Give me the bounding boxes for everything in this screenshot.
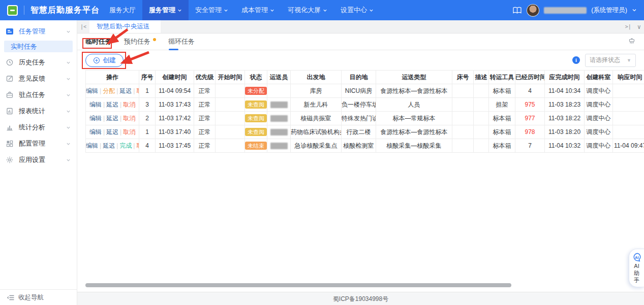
sidebar-item[interactable]: 统计分析: [0, 119, 77, 135]
clear-brush-icon[interactable]: [628, 38, 636, 46]
app-title: 智慧后勤服务平台: [30, 5, 100, 16]
action-separator: |: [120, 101, 121, 108]
sidebar-item[interactable]: 驻点任务: [0, 87, 77, 103]
action-link-complete[interactable]: 完成: [119, 142, 132, 149]
chevron-down-icon: [66, 91, 71, 99]
elapsed-time-value: 975: [525, 101, 535, 108]
scroll-tabs-right-icon[interactable]: >|: [622, 20, 634, 33]
action-link-edit[interactable]: 编辑: [86, 87, 98, 94]
action-link-delay[interactable]: 延迟: [106, 128, 118, 135]
chevron-down-icon: [66, 59, 71, 66]
plus-circle-icon: [93, 57, 100, 64]
status-badge: 未结束: [245, 142, 267, 150]
status-filter-select[interactable]: 请选择状态 ▼: [585, 54, 636, 67]
select-caret-icon: ▼: [627, 58, 631, 63]
action-link-delay[interactable]: 延迟: [106, 101, 118, 108]
action-link-edit[interactable]: 编辑: [89, 128, 102, 135]
cell-tool: 标本箱: [489, 112, 515, 125]
cell-due: 11-04 10:34: [545, 84, 585, 98]
cell-courier: [267, 139, 291, 153]
sidebar-item-label: 意见反馈: [19, 74, 66, 83]
action-link-delay[interactable]: 延迟: [106, 115, 118, 122]
action-link-cancel[interactable]: 取消: [123, 101, 135, 108]
nav-divider: [24, 6, 24, 15]
nav-item[interactable]: 服务管理: [142, 0, 189, 20]
user-menu-caret-icon[interactable]: [632, 8, 637, 13]
sidebar-item-label: 统计分析: [19, 123, 66, 132]
action-link-edit[interactable]: 编辑: [86, 142, 98, 149]
nav-item[interactable]: 成本管理: [235, 0, 281, 20]
col-header-actions: 操作: [86, 71, 139, 84]
create-button[interactable]: 创建: [85, 54, 124, 67]
info-icon[interactable]: i: [572, 56, 580, 64]
action-link-edit[interactable]: 编辑: [89, 101, 102, 108]
col-header-dest: 目的地: [342, 71, 376, 84]
col-header-response: 响应时间: [613, 71, 644, 84]
cell-response: 11-04 09:47: [613, 139, 644, 153]
cell-desc: [474, 112, 489, 125]
cell-dept: 调度中心: [585, 84, 613, 98]
cell-origin: 库房: [291, 84, 342, 98]
ai-assistant-button[interactable]: AI AI 助 手: [629, 249, 644, 287]
action-link-assign[interactable]: 分配: [103, 87, 115, 94]
sidebar-item[interactable]: 报表统计: [0, 103, 77, 119]
table-header-row: 操作序号创建时间优先级开始时间状态运送员出发地目的地运送类型床号描述转运工具已经…: [86, 71, 644, 84]
cell-status: 未查阅: [245, 125, 267, 139]
cell-origin: 药物临床试验机构办公室: [291, 125, 342, 139]
sidebar-item-label: 应用设置: [19, 155, 66, 164]
handbook-icon[interactable]: [512, 6, 522, 15]
cell-status: 未查阅: [245, 112, 267, 125]
cell-status: 未分配: [245, 84, 267, 98]
col-header-tool: 转运工具: [489, 71, 515, 84]
tab-循环任务[interactable]: 循环任务: [168, 37, 195, 46]
sidebar: 任务管理实时任务历史任务意见反馈驻点任务报表统计统计分析配置管理应用设置 收起导…: [0, 20, 77, 305]
sidebar-item[interactable]: 意见反馈: [0, 71, 77, 87]
nav-item[interactable]: 设置中心: [334, 0, 380, 20]
sidebar-item[interactable]: 应用设置: [0, 152, 77, 168]
user-avatar[interactable]: [527, 4, 539, 17]
col-header-origin: 出发地: [291, 71, 342, 84]
cell-priority: 正常: [194, 125, 216, 139]
action-link-cancel[interactable]: 取消: [123, 128, 135, 135]
action-link-delay[interactable]: 延迟: [119, 87, 132, 94]
collapse-nav-button[interactable]: 收起导航: [0, 289, 77, 305]
scroll-tabs-left-icon[interactable]: |<: [77, 20, 89, 33]
chevron-down-icon: [66, 75, 71, 83]
nav-item[interactable]: 可视化大屏: [281, 0, 334, 20]
cell-courier: [267, 84, 291, 98]
scrollbar-thumb[interactable]: [85, 283, 511, 287]
nav-menu: 服务大厅服务管理安全管理成本管理可视化大屏设置中心: [103, 0, 380, 20]
cell-tool: 标本箱: [489, 139, 515, 153]
page-tab-active[interactable]: 智慧后勤-中央运送: [89, 20, 161, 33]
action-link-cancel[interactable]: 取消: [123, 115, 135, 122]
collapse-nav-label: 收起导航: [18, 293, 44, 302]
cell-origin: 新生儿科: [291, 98, 342, 112]
cell-due: 11-03 18:20: [545, 125, 585, 139]
action-link-cancel[interactable]: 取消: [136, 142, 139, 149]
tab-临时任务[interactable]: 临时任务: [85, 37, 112, 46]
icp-footer: 蜀ICP备19034998号: [77, 292, 644, 305]
cell-dept: 调度中心: [585, 112, 613, 125]
feedback-edit-icon: [5, 75, 14, 83]
action-link-cancel[interactable]: 取消: [136, 87, 139, 94]
action-link-edit[interactable]: 编辑: [89, 115, 102, 122]
sidebar-subitem[interactable]: 实时任务: [4, 41, 73, 52]
sidebar-item[interactable]: 任务管理: [0, 23, 77, 40]
station-case-icon: [5, 91, 14, 99]
action-link-delay[interactable]: 延迟: [103, 142, 115, 149]
col-header-status: 状态: [245, 71, 267, 84]
nav-item[interactable]: 服务大厅: [103, 0, 142, 20]
tab-options-caret-icon[interactable]: ∨: [634, 20, 644, 33]
ai-label-line: 助: [634, 270, 639, 277]
cell-desc: [474, 125, 489, 139]
cell-desc: [474, 84, 489, 98]
elapsed-time-value: 7: [528, 142, 532, 149]
nav-item[interactable]: 安全管理: [189, 0, 235, 20]
sidebar-item[interactable]: 配置管理: [0, 135, 77, 152]
cell-tool: 担架: [489, 98, 515, 112]
cell-elapsed: 977: [515, 112, 545, 125]
tab-预约任务[interactable]: 预约任务: [124, 37, 156, 46]
cell-status: 未查阅: [245, 98, 267, 112]
chevron-down-icon: [66, 140, 71, 148]
sidebar-item[interactable]: 历史任务: [0, 54, 77, 71]
